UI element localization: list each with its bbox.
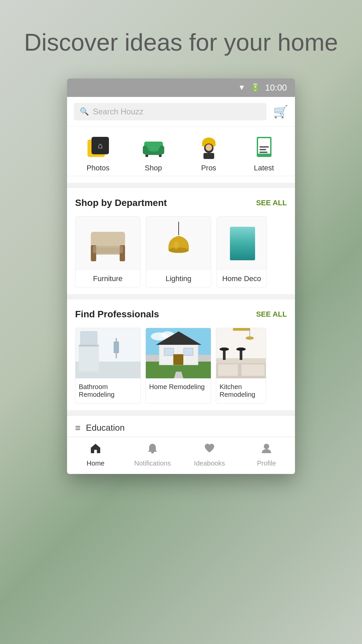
photos-label: Photos [86, 164, 110, 172]
home-nav-icon [89, 442, 102, 458]
dept-cards-list: Furniture Lig [75, 216, 287, 287]
homedeco-card-label: Home Deco [217, 270, 266, 287]
shop-section: Shop by Department SEE ALL [67, 188, 295, 294]
svg-rect-8 [160, 146, 164, 154]
separator-2 [67, 294, 295, 300]
svg-rect-39 [114, 341, 119, 353]
nav-item-latest[interactable]: Latest [242, 133, 286, 172]
quick-nav: ⌂ Photos [67, 127, 295, 176]
svg-point-63 [151, 451, 154, 453]
home-nav-label: Home [86, 460, 104, 467]
heart-icon [203, 442, 216, 458]
furniture-card-label: Furniture [75, 270, 140, 287]
shop-label: Shop [145, 164, 162, 172]
svg-rect-14 [203, 153, 214, 159]
bottom-nav: Home Notifications Ideabooks [67, 437, 295, 474]
gap [67, 176, 295, 183]
svg-rect-35 [79, 345, 99, 372]
svg-rect-55 [241, 364, 265, 376]
pros-label: Pros [201, 164, 216, 172]
cart-icon[interactable]: 🛒 [273, 105, 288, 119]
hamburger-icon: ≡ [75, 423, 80, 433]
remodeling-photo [146, 328, 211, 378]
svg-rect-51 [233, 328, 250, 331]
pros-section-header: Find Professionals SEE ALL [75, 309, 287, 320]
pro-card-kitchen[interactable]: Kitchen Remodeling [216, 328, 266, 404]
svg-rect-23 [91, 232, 125, 248]
education-section-partial: ≡ Education [67, 416, 295, 437]
pro-card-home-remodeling[interactable]: Home Remodeling [145, 328, 211, 404]
kitchen-photo [216, 328, 266, 378]
svg-rect-36 [79, 345, 99, 346]
dept-card-homedeco[interactable]: Home Deco [217, 216, 267, 287]
status-bar: ▼ 🔋 10:00 [67, 78, 295, 97]
nav-item-shop[interactable]: Shop [132, 133, 175, 172]
bathroom-photo [75, 328, 140, 378]
svg-rect-18 [259, 149, 266, 150]
education-title-row: ≡ Education [75, 423, 287, 433]
bottom-nav-profile[interactable]: Profile [238, 442, 295, 467]
nav-item-photos[interactable]: ⌂ Photos [76, 133, 120, 172]
svg-rect-37 [80, 331, 97, 345]
pros-section: Find Professionals SEE ALL [67, 300, 295, 410]
photos-icon: ⌂ [85, 133, 112, 160]
svg-rect-16 [258, 138, 270, 154]
svg-point-64 [264, 444, 269, 449]
svg-point-59 [236, 347, 246, 351]
person-icon [260, 442, 273, 458]
lighting-card-label: Lighting [146, 270, 211, 287]
education-title: Education [86, 423, 125, 433]
svg-rect-31 [230, 227, 255, 260]
svg-point-29 [169, 248, 189, 253]
shop-section-title: Shop by Department [75, 198, 167, 208]
svg-point-30 [174, 241, 179, 249]
svg-rect-7 [143, 146, 147, 154]
nav-item-pros[interactable]: Pros [187, 133, 231, 172]
svg-rect-17 [259, 146, 269, 148]
bottom-nav-home[interactable]: Home [67, 442, 124, 467]
remodeling-card-label: Home Remodeling [146, 378, 211, 395]
shop-see-all[interactable]: SEE ALL [256, 199, 287, 207]
shop-icon [140, 133, 167, 160]
svg-rect-56 [223, 350, 226, 360]
latest-label: Latest [254, 164, 274, 172]
svg-rect-46 [164, 348, 174, 356]
separator-1 [67, 183, 295, 188]
bottom-nav-ideabooks[interactable]: Ideabooks [181, 442, 238, 467]
dept-card-furniture[interactable]: Furniture [75, 216, 140, 287]
svg-point-9 [148, 148, 159, 152]
pros-section-title: Find Professionals [75, 309, 159, 320]
pro-card-bathroom[interactable]: Bathroom Remodeling [75, 328, 141, 404]
dept-card-lighting[interactable]: Lighting [146, 216, 211, 287]
search-icon: 🔍 [80, 107, 89, 116]
bell-icon [146, 442, 159, 458]
svg-rect-19 [259, 152, 267, 153]
svg-point-61 [246, 336, 254, 340]
homedeco-card-image [217, 217, 266, 270]
svg-rect-48 [173, 354, 183, 365]
svg-marker-62 [91, 444, 100, 453]
pros-icon [195, 133, 222, 160]
svg-rect-47 [184, 348, 193, 356]
svg-point-57 [220, 347, 229, 351]
svg-rect-26 [93, 246, 123, 253]
hero-title: Discover ideas for your home [20, 27, 342, 58]
search-bar: 🔍 Search Houzz 🛒 [67, 97, 295, 127]
clock: 10:00 [265, 83, 287, 93]
pros-see-all[interactable]: SEE ALL [256, 310, 287, 319]
app-container: ▼ 🔋 10:00 🔍 Search Houzz 🛒 ⌂ Photos [67, 78, 295, 474]
search-input-wrapper[interactable]: 🔍 Search Houzz [74, 103, 266, 120]
bottom-nav-notifications[interactable]: Notifications [124, 442, 181, 467]
pro-cards-list: Bathroom Remodeling [75, 328, 287, 404]
svg-point-13 [205, 144, 212, 151]
kitchen-card-label: Kitchen Remodeling [216, 378, 266, 403]
shop-section-header: Shop by Department SEE ALL [75, 198, 287, 208]
search-placeholder: Search Houzz [93, 107, 143, 116]
svg-rect-58 [240, 350, 242, 360]
wifi-icon: ▼ [238, 83, 245, 92]
svg-text:⌂: ⌂ [98, 141, 103, 150]
profile-nav-label: Profile [257, 460, 276, 467]
bathroom-card-label: Bathroom Remodeling [75, 378, 140, 403]
svg-rect-54 [218, 364, 238, 376]
latest-icon [251, 133, 278, 160]
